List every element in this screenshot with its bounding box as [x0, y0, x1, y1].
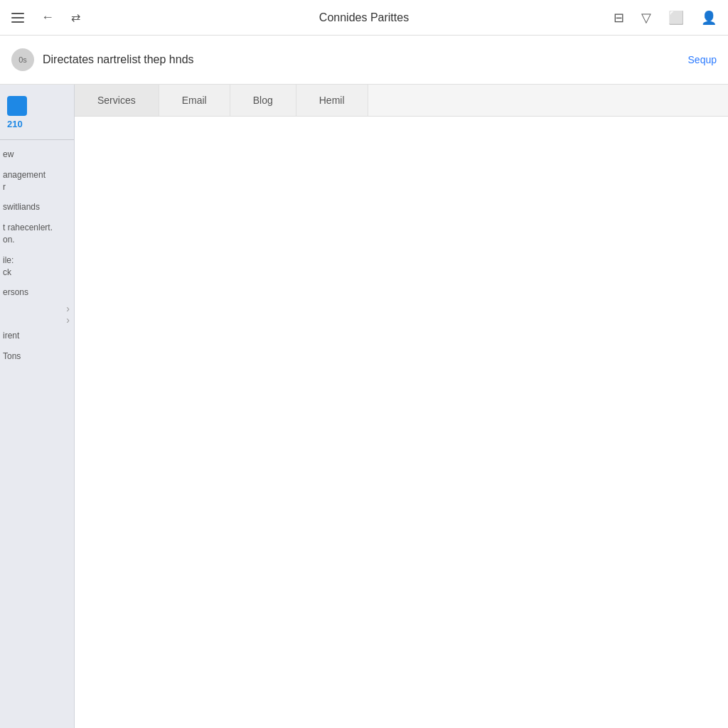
sidebar-item-management[interactable]: anagementr: [0, 165, 74, 198]
chevron-down-icon-2: ›: [0, 314, 74, 326]
tab-services[interactable]: Services: [75, 85, 159, 116]
main-layout: 210 ew anagementr switliands t rahecenle…: [0, 85, 728, 728]
page-title: Directates nartrelist thep hnds: [43, 53, 194, 66]
sidebar-item-ew[interactable]: ew: [0, 144, 74, 165]
tab-hemil[interactable]: Hemil: [296, 85, 368, 116]
topbar: ← ⇄ Connides Parittes ⊟ ▽ ⬜ 👤: [0, 0, 728, 36]
user-button[interactable]: 👤: [698, 7, 719, 28]
sidebar-item-rahecenlert[interactable]: t rahecenlert.on.: [0, 218, 74, 250]
topbar-title: Connides Parittes: [319, 11, 409, 24]
sidebar-count: 210: [7, 119, 23, 129]
sidebar-active-item[interactable]: 210: [0, 90, 74, 135]
tabs-row: Services Email Blog Hemil: [75, 85, 728, 117]
chevron-down-icon-1: ›: [0, 303, 74, 314]
content-area: Services Email Blog Hemil: [75, 85, 728, 728]
avatar: 0s: [11, 48, 34, 71]
back-button[interactable]: ←: [38, 7, 57, 28]
card-button[interactable]: ⊟: [611, 7, 627, 28]
tab-blog[interactable]: Blog: [230, 85, 296, 116]
action-link[interactable]: Sequp: [688, 54, 717, 65]
sidebar-item-irent[interactable]: irent: [0, 326, 74, 346]
tab-email[interactable]: Email: [159, 85, 230, 116]
sidebar: 210 ew anagementr switliands t rahecenle…: [0, 85, 75, 728]
shuffle-icon: ⇄: [71, 11, 80, 24]
sidebar-item-ersons[interactable]: ersons: [0, 282, 74, 303]
filter-button[interactable]: ▽: [638, 7, 654, 28]
back-icon: ←: [41, 10, 54, 25]
sidebar-item-ile[interactable]: ile:ck: [0, 250, 74, 283]
sidebar-item-tons[interactable]: Tons: [0, 346, 74, 367]
filter-icon: ▽: [641, 10, 651, 26]
topbar-right: ⊟ ▽ ⬜ 👤: [611, 7, 719, 28]
menu-button[interactable]: [9, 10, 27, 26]
user-icon: 👤: [701, 10, 717, 26]
content-body: [75, 117, 728, 728]
sidebar-divider: [0, 139, 74, 140]
sidebar-blue-icon: [7, 96, 27, 116]
card-icon: ⊟: [614, 10, 624, 26]
header-row: 0s Directates nartrelist thep hnds Sequp: [0, 36, 728, 85]
bag-button[interactable]: ⬜: [665, 7, 687, 28]
topbar-left: ← ⇄: [9, 7, 83, 28]
hamburger-icon: [11, 13, 24, 23]
sidebar-item-switliands[interactable]: switliands: [0, 197, 74, 218]
bag-icon: ⬜: [668, 10, 684, 26]
shuffle-button[interactable]: ⇄: [68, 8, 83, 27]
